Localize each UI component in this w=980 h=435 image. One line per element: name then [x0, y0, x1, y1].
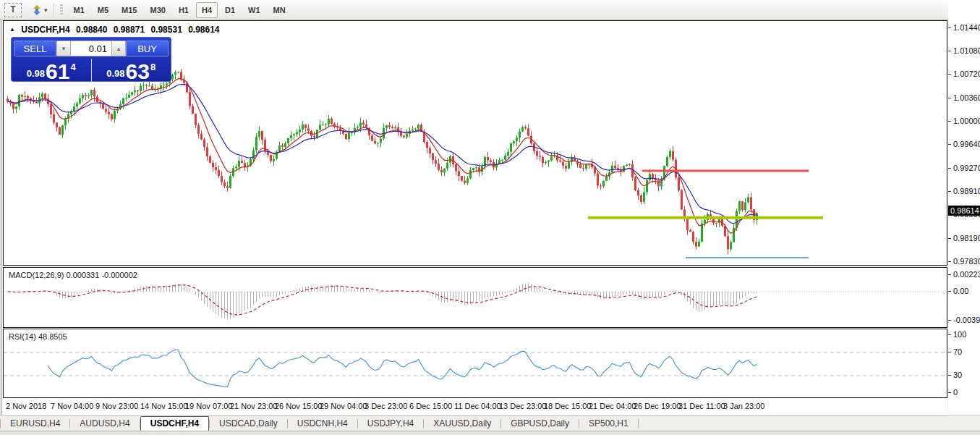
volume-input[interactable] [71, 41, 111, 56]
timeframe-buttons: M1M5M15M30H1H4D1W1MN [67, 2, 292, 18]
collapse-icon[interactable]: ▲ [9, 26, 15, 33]
cursor-style-button[interactable]: ▾ [32, 5, 48, 15]
ask-price-big: 63 [126, 62, 150, 81]
sell-button[interactable]: SELL [14, 41, 56, 56]
time-axis[interactable]: 2 Nov 20187 Nov 04:009 Nov 23:0014 Nov 1… [3, 399, 947, 415]
tab-gbpusd-daily[interactable]: GBPUSD,Daily [501, 417, 579, 431]
rsi-axis-tick [948, 375, 951, 376]
macd-axis-tick [948, 291, 951, 292]
bid-price[interactable]: 0.98 61 4 [12, 59, 91, 83]
price-axis-tick [948, 121, 951, 122]
time-axis-label: 6 Dec 15:00 [409, 402, 452, 410]
time-axis-label: 31 Dec 11:00 [678, 402, 725, 410]
ask-price[interactable]: 0.98 63 8 [91, 59, 171, 83]
time-axis-label: 26 Dec 19:00 [634, 402, 681, 410]
rsi-label: RSI(14) 48.8505 [9, 332, 67, 341]
rsi-axis-label: 0 [953, 388, 958, 397]
price-axis-tick [948, 261, 951, 262]
time-axis-label: 18 Dec 15:00 [544, 402, 591, 410]
timeframe-m1[interactable]: M1 [68, 2, 90, 18]
bid-price-big: 61 [46, 62, 69, 81]
macd-chart-svg [4, 268, 947, 327]
timeframe-d1[interactable]: D1 [219, 2, 241, 18]
volume-up-button[interactable]: ▴ [111, 41, 126, 56]
price-axis-tick [948, 238, 951, 239]
rsi-indicator-panel[interactable]: RSI(14) 48.8505 [3, 329, 947, 398]
time-axis-label: 19 Nov 07:00 [185, 402, 232, 410]
toolbar-drag-handle[interactable] [60, 4, 63, 16]
time-axis-label: 29 Nov 04:00 [320, 402, 367, 410]
time-axis-label: 9 Nov 23:00 [95, 402, 138, 410]
tab-usdcad-daily[interactable]: USDCAD,Daily [210, 417, 287, 431]
tab-usdchf-h4[interactable]: USDCHF,H4 [140, 416, 209, 431]
price-axis-label: 1.01080 [953, 46, 980, 55]
bid-price-sup: 4 [70, 62, 75, 72]
tab-usdjpy-h4[interactable]: USDJPY,H4 [358, 417, 423, 431]
price-axis-tick [948, 168, 951, 169]
status-bar [0, 431, 980, 435]
tab-separator [638, 419, 639, 428]
time-axis-label: 14 Nov 15:00 [140, 402, 187, 410]
ma-fast-line [8, 78, 757, 233]
toolbar-separator [54, 4, 54, 17]
tab-xauusd-daily[interactable]: XAUUSD,Daily [424, 417, 500, 431]
tab-audusd-h4[interactable]: AUDUSD,H4 [70, 417, 139, 431]
macd-label: MACD(12,26,9) 0.000331 -0.000002 [9, 271, 137, 279]
timeframe-m5[interactable]: M5 [92, 2, 114, 18]
price-axis-label: 1.00720 [953, 69, 980, 78]
buy-button[interactable]: BUY [126, 41, 169, 56]
symbol-period-label: USDCHF,H4 [21, 25, 69, 35]
price-axis-tick [948, 74, 951, 75]
open-value: 0.98840 [76, 25, 107, 35]
price-axis-tick [948, 98, 951, 98]
price-axis-label: 0.99640 [953, 140, 980, 148]
tab-eurusd-h4[interactable]: EURUSD,H4 [1, 417, 69, 431]
rsi-chart-svg [4, 329, 947, 397]
timeframe-h4[interactable]: H4 [196, 2, 218, 18]
window-edge [1, 20, 1, 415]
volume-stepper: ▾ ▴ [56, 41, 126, 56]
one-click-trade-panel: SELL ▾ ▴ BUY 0.98 61 4 0.98 63 8 [11, 37, 171, 82]
timeframe-m15[interactable]: M15 [116, 2, 142, 18]
rsi-axis-label: 100 [953, 330, 966, 339]
price-axis-label: 1.00000 [953, 117, 980, 125]
rsi-axis-label: 30 [953, 371, 962, 379]
macd-axis-tick [948, 274, 951, 275]
rsi-axis-label: 70 [953, 347, 962, 356]
trading-platform-window: T ▾ M1M5M15M30H1H4D1W1MN ▲ USDCHF,H4 0.9… [0, 0, 980, 435]
macd-indicator-panel[interactable]: MACD(12,26,9) 0.000331 -0.000002 [3, 267, 947, 328]
rsi-axis-tick [948, 392, 951, 393]
macd-axis-label: -0.003901 [953, 316, 980, 324]
price-axis-tick [948, 191, 951, 192]
tab-sp500-h1[interactable]: SP500,H1 [579, 417, 638, 431]
price-axis-label: 0.99270 [953, 164, 980, 172]
timeframe-w1[interactable]: W1 [242, 2, 266, 18]
macd-signal-line [8, 285, 757, 315]
tab-usdcnh-h4[interactable]: USDCNH,H4 [288, 417, 357, 431]
timeframe-h1[interactable]: H1 [173, 2, 195, 18]
timeframe-mn[interactable]: MN [268, 2, 291, 18]
time-axis-label: 3 Jan 23:00 [723, 402, 765, 410]
macd-axis-label: 0.002239 [953, 270, 980, 279]
price-axis[interactable]: 0.98614 1.014401.010801.007201.003601.00… [948, 0, 980, 415]
ask-price-sup: 8 [150, 62, 155, 72]
time-axis-label: 13 Dec 23:00 [499, 402, 546, 410]
volume-down-button[interactable]: ▾ [56, 41, 71, 56]
rsi-line [48, 350, 757, 387]
price-axis-label: 0.97830 [953, 257, 980, 266]
chart-header: ▲ USDCHF,H4 0.98840 0.98871 0.98531 0.98… [9, 25, 223, 35]
ask-price-small: 0.98 [106, 68, 124, 79]
text-tool-label: T [10, 4, 15, 14]
time-axis-label: 7 Nov 04:00 [51, 402, 93, 410]
time-axis-label: 2 Nov 2018 [6, 402, 46, 410]
time-axis-label: 11 Dec 04:00 [454, 402, 501, 410]
top-toolbar: T ▾ M1M5M15M30H1H4D1W1MN [0, 0, 980, 20]
rsi-axis-tick [948, 334, 951, 335]
timeframe-m30[interactable]: M30 [145, 2, 171, 18]
candlesticks [7, 69, 758, 254]
main-chart-panel[interactable]: ▲ USDCHF,H4 0.98840 0.98871 0.98531 0.98… [3, 20, 947, 266]
chevron-down-icon[interactable]: ▾ [44, 7, 48, 14]
arrows-icon [32, 5, 42, 15]
time-axis-label: 21 Dec 04:00 [589, 402, 636, 410]
insert-text-tool-button[interactable]: T [4, 3, 22, 17]
